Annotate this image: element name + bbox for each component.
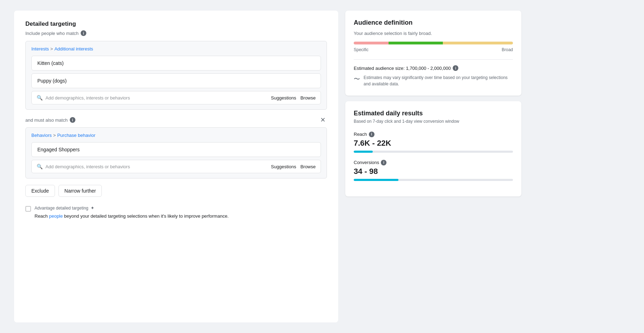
interests-breadcrumb-link1[interactable]: Interests [31, 46, 49, 52]
audience-size-info-icon[interactable]: i [453, 65, 458, 71]
search-icon-interests: 🔍 [37, 95, 43, 101]
daily-results-card: Estimated daily results Based on 7-day c… [345, 101, 521, 196]
audience-size-row: Estimated audience size: 1,700,000 - 2,0… [354, 65, 513, 71]
interests-search-actions: Suggestions Browse [271, 95, 316, 101]
conversions-bar-fill [354, 179, 398, 181]
action-button-row: Exclude Narrow further [25, 185, 327, 197]
tag-puppy: Puppy (dogs) [31, 73, 321, 88]
interests-breadcrumb: Interests > Additional interests [31, 46, 321, 52]
advantage-before: Reach [35, 213, 49, 219]
and-match-close-button[interactable]: ✕ [319, 116, 327, 124]
advantage-title-row: Advantage detailed targeting ✦ [35, 205, 229, 211]
interests-search-placeholder: Add demographics, interests or behaviors [45, 95, 268, 101]
reach-bar [354, 151, 513, 153]
card-divider [354, 59, 513, 60]
browse-link-interests[interactable]: Browse [301, 95, 316, 101]
conversions-label-row: Conversions i [354, 160, 513, 165]
narrow-further-button[interactable]: Narrow further [58, 185, 102, 197]
suggestions-link-behaviors[interactable]: Suggestions [271, 164, 296, 169]
breadcrumb-sep1: > [50, 46, 53, 52]
sparkle-icon: ✦ [91, 205, 94, 211]
bar-green [389, 42, 443, 44]
interests-search-bar[interactable]: 🔍 Add demographics, interests or behavio… [31, 91, 321, 104]
conversions-info-icon[interactable]: i [381, 160, 386, 165]
search-icon-behaviors: 🔍 [37, 164, 43, 169]
behaviors-breadcrumb-link1[interactable]: Behaviors [31, 133, 52, 138]
advantage-after: beyond your detailed targeting selection… [63, 213, 229, 219]
audience-definition-card: Audience definition Your audience select… [345, 11, 521, 96]
and-match-info-icon[interactable]: i [70, 117, 75, 123]
interests-section: Interests > Additional interests Kitten … [25, 41, 327, 110]
include-label: Include people who match [25, 31, 79, 36]
advantage-section: Advantage detailed targeting ✦ Reach peo… [25, 205, 327, 220]
daily-results-desc: Based on 7-day click and 1-day view conv… [354, 119, 513, 125]
reach-value: 7.6K - 22K [354, 139, 513, 148]
estimates-trend-icon: 〜 [354, 75, 360, 83]
advantage-title: Advantage detailed targeting [35, 206, 88, 211]
browse-link-behaviors[interactable]: Browse [301, 164, 316, 169]
behaviors-section: Behaviors > Purchase behavior Engaged Sh… [25, 127, 327, 178]
advantage-checkbox[interactable] [25, 206, 31, 212]
exclude-button[interactable]: Exclude [25, 185, 55, 197]
specific-label: Specific [354, 47, 369, 52]
audience-desc: Your audience selection is fairly broad. [354, 31, 513, 36]
behaviors-search-placeholder: Add demographics, interests or behaviors [45, 164, 268, 169]
behaviors-search-bar[interactable]: 🔍 Add demographics, interests or behavio… [31, 160, 321, 173]
audience-def-title: Audience definition [354, 19, 513, 26]
reach-label-row: Reach i [354, 132, 513, 137]
and-match-label: and must also match [25, 117, 68, 123]
advantage-content: Advantage detailed targeting ✦ Reach peo… [35, 205, 229, 220]
advantage-text: Reach people beyond your detailed target… [35, 213, 229, 220]
tag-engaged-shoppers: Engaged Shoppers [31, 142, 321, 157]
section-title: Detailed targeting [25, 20, 327, 28]
reach-info-icon[interactable]: i [369, 132, 374, 137]
and-match-section: and must also match i ✕ Behaviors > Purc… [25, 116, 327, 178]
and-match-header: and must also match i ✕ [25, 116, 327, 124]
conversions-label: Conversions [354, 160, 379, 165]
interests-breadcrumb-link2[interactable]: Additional interests [54, 46, 93, 52]
progress-labels: Specific Broad [354, 47, 513, 52]
reach-bar-fill [354, 151, 373, 153]
advantage-link[interactable]: people [49, 213, 63, 219]
breadcrumb-sep2: > [53, 133, 56, 138]
estimates-text: Estimates may vary significantly over ti… [364, 74, 513, 87]
conversions-value: 34 - 98 [354, 167, 513, 176]
broad-label: Broad [502, 47, 513, 52]
and-match-label-row: and must also match i [25, 117, 75, 123]
detailed-targeting-panel: Detailed targeting Include people who ma… [14, 11, 338, 322]
bar-yellow [443, 42, 513, 44]
daily-results-title: Estimated daily results [354, 110, 513, 117]
right-panel: Audience definition Your audience select… [345, 11, 521, 322]
bar-red [354, 42, 389, 44]
reach-label: Reach [354, 132, 367, 137]
behaviors-breadcrumb: Behaviors > Purchase behavior [31, 133, 321, 138]
include-label-row: Include people who match i [25, 30, 327, 36]
conversions-bar [354, 179, 513, 181]
suggestions-link-interests[interactable]: Suggestions [271, 95, 296, 101]
behaviors-search-actions: Suggestions Browse [271, 164, 316, 169]
estimates-note: 〜 Estimates may vary significantly over … [354, 74, 513, 87]
audience-breadth-bar [354, 42, 513, 44]
include-info-icon[interactable]: i [81, 30, 86, 36]
tag-kitten: Kitten (cats) [31, 56, 321, 71]
audience-size-text: Estimated audience size: 1,700,000 - 2,0… [354, 66, 451, 71]
behaviors-breadcrumb-link2[interactable]: Purchase behavior [57, 133, 95, 138]
